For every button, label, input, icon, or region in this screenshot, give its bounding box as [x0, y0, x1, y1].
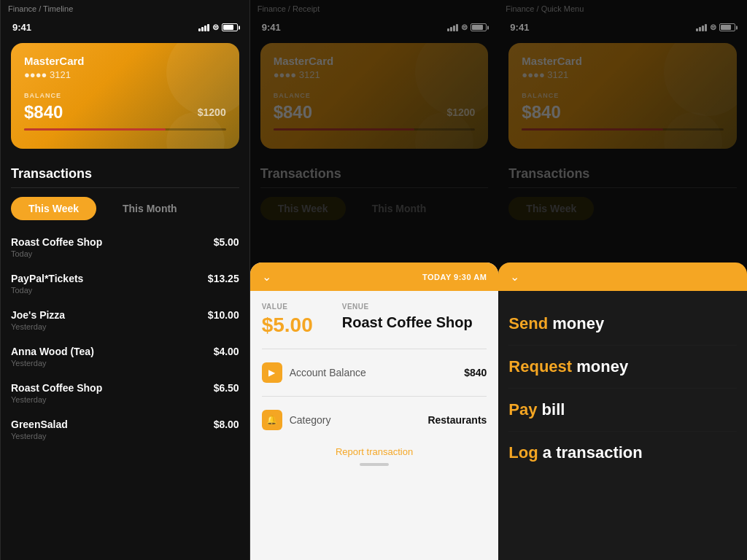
- tab-this-week-3[interactable]: This Week: [508, 197, 594, 220]
- quick-menu-log[interactable]: Log a transaction: [508, 432, 737, 474]
- card-balance-row-2: $840 $1200: [274, 102, 476, 122]
- battery-icon-2: [471, 23, 487, 31]
- chevron-down-icon-3: ⌄: [510, 270, 519, 284]
- tx-name: Anna Wood (Tea): [11, 346, 94, 357]
- tx-name: Roast Coffee Shop: [11, 236, 102, 248]
- tx-name: GreenSalad: [11, 419, 68, 430]
- receipt-divider-2: [262, 396, 487, 397]
- panel-label-3: Finance / Quick Menu: [498, 0, 591, 18]
- table-row[interactable]: GreenSalad Yesterday $8.00: [1, 411, 249, 448]
- card-balance-label-1: BALANCE: [24, 92, 226, 99]
- quick-menu-pay[interactable]: Pay bill: [508, 389, 737, 432]
- transactions-title-3: Transactions: [498, 156, 747, 187]
- tx-amount: $6.50: [214, 382, 239, 394]
- wifi-icon-2: ⊜: [461, 23, 468, 32]
- report-transaction-link[interactable]: Report transaction: [262, 446, 487, 457]
- quick-menu-send[interactable]: Send money: [508, 303, 737, 346]
- quick-menu-pay-plain: bill: [538, 400, 565, 419]
- tx-amount: $5.00: [214, 236, 239, 248]
- tab-row-2: This Week This Month: [250, 188, 499, 229]
- tx-name: Roast Coffee Shop: [11, 382, 102, 394]
- credit-card-2[interactable]: MasterCard ●●●● 3121 BALANCE $840 $1200: [260, 43, 489, 149]
- quick-menu-pay-text: Pay bill: [508, 400, 565, 419]
- receipt-category-value: Restaurants: [427, 414, 487, 426]
- tx-date: Yesterday: [11, 395, 102, 404]
- panel-quickmenu: Finance / Quick Menu 9:41 ⊜ MasterCard ●…: [498, 0, 747, 560]
- card-limit-1: $1200: [198, 106, 226, 118]
- chevron-down-icon: ⌄: [262, 270, 271, 284]
- table-row[interactable]: PayPal*Tickets Today $13.25: [1, 265, 249, 302]
- receipt-balance-value: $840: [464, 367, 487, 378]
- status-bar-3: 9:41 ⊜: [498, 16, 747, 36]
- card-balance-label-3: BALANCE: [522, 92, 724, 99]
- table-row[interactable]: Roast Coffee Shop Today $5.00: [1, 229, 249, 265]
- tab-this-month-2[interactable]: This Month: [355, 197, 444, 220]
- card-number-2: ●●●● 3121: [274, 69, 476, 80]
- panel-timeline: Finance / Timeline 9:41 ⊜ MasterCard ●●●…: [0, 0, 250, 560]
- receipt-detail-category: 🔔 Category Restaurants: [262, 402, 487, 438]
- quick-menu-request-accent: Request: [508, 357, 572, 376]
- receipt-value-section: VALUE $5.00: [262, 303, 313, 337]
- tx-amount: $4.00: [214, 346, 239, 357]
- transactions-title-1: Transactions: [1, 156, 249, 187]
- category-icon: 🔔: [262, 410, 282, 430]
- card-progress-bar-3: [522, 128, 724, 131]
- quick-menu-log-text: Log a transaction: [508, 443, 642, 462]
- table-row[interactable]: Roast Coffee Shop Yesterday $6.50: [1, 375, 249, 411]
- transaction-list-1: Roast Coffee Shop Today $5.00 PayPal*Tic…: [1, 229, 249, 560]
- tx-date: Yesterday: [11, 322, 65, 331]
- tx-date: Today: [11, 249, 102, 258]
- panel-label-1: Finance / Timeline: [1, 0, 80, 18]
- receipt-bottom-indicator: [360, 463, 389, 466]
- time-1: 9:41: [12, 22, 31, 33]
- signal-icon-2: [447, 24, 458, 31]
- card-number-1: ●●●● 3121: [24, 69, 226, 80]
- tab-this-month-1[interactable]: This Month: [105, 197, 195, 220]
- quick-menu-request-plain: money: [572, 357, 628, 376]
- card-balance-amount-3: $840: [522, 102, 560, 122]
- credit-card-1[interactable]: MasterCard ●●●● 3121 BALANCE $840 $1200: [11, 43, 239, 149]
- quick-menu-log-plain: a transaction: [538, 443, 643, 462]
- quick-menu-pay-accent: Pay: [508, 400, 537, 419]
- balance-icon: ▶: [262, 362, 282, 383]
- card-brand-1: MasterCard: [24, 55, 226, 67]
- tab-this-week-2[interactable]: This Week: [260, 197, 346, 220]
- receipt-venue-name: Roast Coffee Shop: [342, 314, 473, 331]
- receipt-card[interactable]: ⌄ TODAY 9:30 AM VALUE $5.00 VENUE Roast …: [250, 262, 499, 560]
- table-row[interactable]: Joe's Pizza Yesterday $10.00: [1, 302, 249, 338]
- card-progress-bar-2: [274, 128, 476, 131]
- signal-icon-1: [198, 24, 209, 31]
- quick-menu-send-plain: money: [548, 314, 604, 332]
- credit-card-3[interactable]: MasterCard ●●●● 3121 BALANCE $840: [508, 43, 737, 149]
- wifi-icon-3: ⊜: [710, 23, 716, 32]
- card-progress-fill-2: [274, 128, 415, 131]
- card-progress-fill-3: [522, 128, 663, 131]
- receipt-category-label: Category: [290, 414, 331, 426]
- card-progress-fill-1: [24, 128, 166, 131]
- panel-receipt: Finance / Receipt 9:41 ⊜ MasterCard ●●●●…: [250, 0, 499, 560]
- card-balance-amount-2: $840: [274, 102, 312, 122]
- wifi-icon-1: ⊜: [212, 23, 219, 32]
- tx-name: Joe's Pizza: [11, 309, 65, 321]
- receipt-balance-label: Account Balance: [290, 367, 366, 378]
- status-icons-2: ⊜: [447, 23, 487, 32]
- tab-row-1: This Week This Month: [1, 188, 249, 229]
- quick-menu-request[interactable]: Request money: [508, 346, 737, 389]
- card-balance-row-3: $840: [522, 102, 724, 122]
- time-3: 9:41: [510, 22, 529, 33]
- tab-this-week-1[interactable]: This Week: [11, 197, 96, 220]
- receipt-detail-balance: ▶ Account Balance $840: [262, 355, 487, 390]
- tx-date: Today: [11, 286, 83, 295]
- receipt-venue-label: VENUE: [342, 303, 473, 311]
- card-balance-row-1: $840 $1200: [24, 102, 226, 122]
- quick-menu-request-text: Request money: [508, 357, 628, 376]
- status-icons-3: ⊜: [696, 23, 735, 32]
- quick-menu-send-accent: Send: [508, 314, 548, 332]
- receipt-venue-section: VENUE Roast Coffee Shop: [342, 303, 473, 337]
- receipt-header-bar: ⌄ TODAY 9:30 AM: [250, 262, 499, 291]
- receipt-value-amount: $5.00: [262, 314, 313, 337]
- tx-date: Yesterday: [11, 359, 94, 368]
- table-row[interactable]: Anna Wood (Tea) Yesterday $4.00: [1, 338, 249, 375]
- quick-menu-list: Send money Request money Pay bill Log a …: [498, 291, 747, 486]
- tx-amount: $13.25: [208, 273, 239, 284]
